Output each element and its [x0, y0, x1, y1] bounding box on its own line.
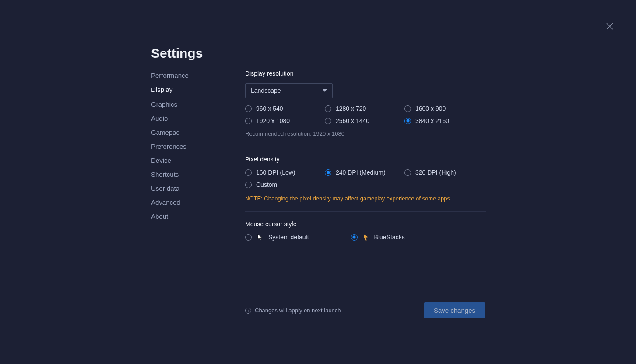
- density-option-label: 320 DPI (High): [415, 169, 456, 176]
- resolution-radio-grid: 960 x 5401280 x 7201600 x 9001920 x 1080…: [245, 105, 486, 124]
- resolution-option[interactable]: 3840 x 2160: [404, 117, 484, 124]
- close-icon: [605, 22, 614, 31]
- radio-icon: [404, 105, 411, 112]
- resolution-option-label: 2560 x 1440: [336, 117, 369, 124]
- bluestacks-cursor-icon: [362, 234, 370, 241]
- close-button[interactable]: [605, 22, 614, 31]
- footer-notice: i Changes will apply on next launch: [245, 307, 341, 314]
- resolution-option[interactable]: 1920 x 1080: [245, 117, 325, 124]
- page-title: Settings: [151, 46, 203, 61]
- sidebar-item-device[interactable]: Device: [151, 157, 171, 164]
- chevron-down-icon: [323, 89, 327, 92]
- system-cursor-icon: [256, 234, 264, 241]
- orientation-dropdown-value: Landscape: [251, 87, 281, 94]
- resolution-option[interactable]: 1600 x 900: [404, 105, 484, 112]
- resolution-option-label: 960 x 540: [256, 105, 283, 112]
- cursor-section: Mouse cursor style System defaultBlueSta…: [245, 220, 486, 250]
- radio-icon: [351, 234, 358, 241]
- resolution-option[interactable]: 1280 x 720: [325, 105, 404, 112]
- radio-icon: [325, 169, 331, 176]
- recommended-resolution-hint: Recommended resolution: 1920 x 1080: [245, 130, 486, 137]
- sidebar-item-preferences[interactable]: Preferences: [151, 143, 186, 150]
- sidebar-item-graphics[interactable]: Graphics: [151, 101, 177, 108]
- resolution-section: Display resolution Landscape 960 x 54012…: [245, 70, 486, 147]
- settings-sidebar: PerformanceDisplayGraphicsAudioGamepadPr…: [151, 44, 232, 298]
- cursor-option-label: System default: [268, 234, 309, 241]
- resolution-option-label: 1280 x 720: [336, 105, 366, 112]
- resolution-option[interactable]: 960 x 540: [245, 105, 325, 112]
- footer-notice-text: Changes will apply on next launch: [255, 307, 341, 314]
- radio-icon: [404, 118, 411, 124]
- density-option[interactable]: 240 DPI (Medium): [325, 169, 404, 176]
- radio-icon: [325, 105, 331, 112]
- density-option-label: 160 DPI (Low): [256, 169, 295, 176]
- resolution-label: Display resolution: [245, 70, 486, 77]
- density-label: Pixel density: [245, 156, 486, 163]
- sidebar-item-display[interactable]: Display: [151, 86, 172, 94]
- sidebar-item-user-data[interactable]: User data: [151, 185, 179, 192]
- resolution-option[interactable]: 2560 x 1440: [325, 117, 404, 124]
- save-changes-button[interactable]: Save changes: [424, 302, 485, 318]
- sidebar-item-gamepad[interactable]: Gamepad: [151, 129, 180, 136]
- density-option-label: 240 DPI (Medium): [336, 169, 386, 176]
- sidebar-item-advanced[interactable]: Advanced: [151, 199, 180, 206]
- cursor-option[interactable]: BlueStacks: [351, 234, 405, 241]
- density-option[interactable]: Custom: [245, 181, 325, 188]
- density-option[interactable]: 160 DPI (Low): [245, 169, 325, 176]
- density-option[interactable]: 320 DPI (High): [404, 169, 484, 176]
- info-icon: i: [245, 308, 251, 314]
- cursor-radio-grid: System defaultBlueStacks: [245, 234, 486, 241]
- radio-icon: [245, 169, 252, 176]
- sidebar-item-performance[interactable]: Performance: [151, 72, 189, 79]
- sidebar-item-shortcuts[interactable]: Shortcuts: [151, 171, 179, 178]
- orientation-dropdown[interactable]: Landscape: [245, 83, 333, 98]
- sidebar-item-about[interactable]: About: [151, 213, 168, 220]
- cursor-option[interactable]: System default: [245, 234, 309, 241]
- resolution-option-label: 1920 x 1080: [256, 117, 290, 124]
- density-option-label: Custom: [256, 181, 277, 188]
- radio-icon: [245, 118, 252, 124]
- settings-window: Settings PerformanceDisplayGraphicsAudio…: [0, 0, 636, 364]
- resolution-option-label: 1600 x 900: [415, 105, 446, 112]
- cursor-option-label: BlueStacks: [374, 234, 405, 241]
- radio-icon: [245, 105, 252, 112]
- density-section: Pixel density 160 DPI (Low)240 DPI (Medi…: [245, 156, 486, 212]
- density-radio-grid: 160 DPI (Low)240 DPI (Medium)320 DPI (Hi…: [245, 169, 486, 188]
- radio-icon: [404, 169, 411, 176]
- resolution-option-label: 3840 x 2160: [415, 117, 449, 124]
- radio-icon: [245, 234, 252, 241]
- radio-icon: [325, 118, 331, 124]
- radio-icon: [245, 182, 252, 188]
- density-warning-note: NOTE: Changing the pixel density may aff…: [245, 195, 486, 202]
- sidebar-item-audio[interactable]: Audio: [151, 115, 168, 122]
- cursor-label: Mouse cursor style: [245, 220, 486, 228]
- settings-footer: i Changes will apply on next launch Save…: [245, 302, 485, 318]
